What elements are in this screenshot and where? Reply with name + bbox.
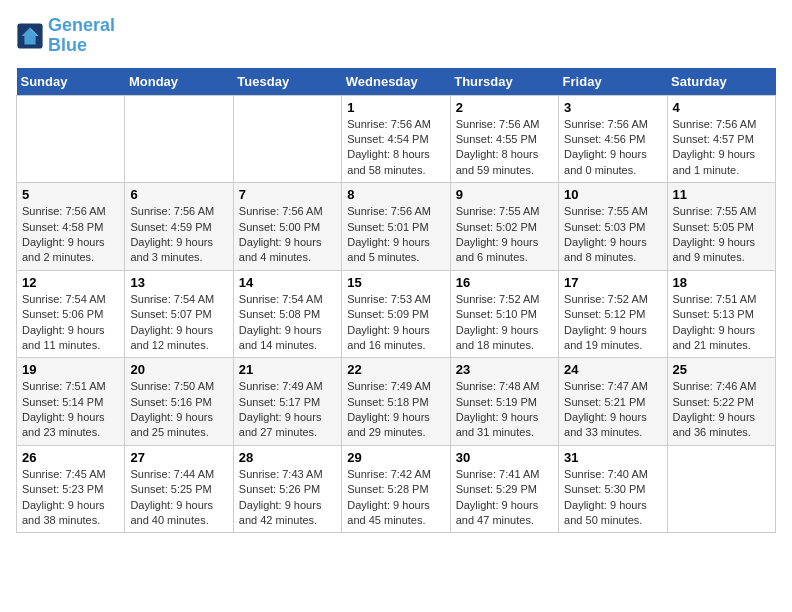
day-number: 1 [347, 100, 444, 115]
calendar-cell: 21Sunrise: 7:49 AMSunset: 5:17 PMDayligh… [233, 358, 341, 446]
weekday-header: Friday [559, 68, 667, 96]
day-number: 25 [673, 362, 770, 377]
day-number: 18 [673, 275, 770, 290]
calendar-cell: 7Sunrise: 7:56 AMSunset: 5:00 PMDaylight… [233, 183, 341, 271]
calendar-cell: 31Sunrise: 7:40 AMSunset: 5:30 PMDayligh… [559, 445, 667, 533]
day-number: 4 [673, 100, 770, 115]
calendar-cell: 26Sunrise: 7:45 AMSunset: 5:23 PMDayligh… [17, 445, 125, 533]
weekday-header: Tuesday [233, 68, 341, 96]
calendar-cell: 1Sunrise: 7:56 AMSunset: 4:54 PMDaylight… [342, 95, 450, 183]
logo-name: General Blue [48, 16, 115, 56]
weekday-header: Thursday [450, 68, 558, 96]
calendar-cell: 18Sunrise: 7:51 AMSunset: 5:13 PMDayligh… [667, 270, 775, 358]
day-number: 26 [22, 450, 119, 465]
day-info: Sunrise: 7:51 AMSunset: 5:14 PMDaylight:… [22, 379, 119, 441]
day-info: Sunrise: 7:47 AMSunset: 5:21 PMDaylight:… [564, 379, 661, 441]
calendar-cell: 22Sunrise: 7:49 AMSunset: 5:18 PMDayligh… [342, 358, 450, 446]
weekday-header: Monday [125, 68, 233, 96]
day-info: Sunrise: 7:56 AMSunset: 5:00 PMDaylight:… [239, 204, 336, 266]
day-number: 16 [456, 275, 553, 290]
day-info: Sunrise: 7:40 AMSunset: 5:30 PMDaylight:… [564, 467, 661, 529]
calendar-cell: 15Sunrise: 7:53 AMSunset: 5:09 PMDayligh… [342, 270, 450, 358]
day-number: 3 [564, 100, 661, 115]
day-info: Sunrise: 7:52 AMSunset: 5:10 PMDaylight:… [456, 292, 553, 354]
day-number: 22 [347, 362, 444, 377]
calendar-cell: 11Sunrise: 7:55 AMSunset: 5:05 PMDayligh… [667, 183, 775, 271]
day-number: 30 [456, 450, 553, 465]
day-number: 2 [456, 100, 553, 115]
calendar-cell: 24Sunrise: 7:47 AMSunset: 5:21 PMDayligh… [559, 358, 667, 446]
day-number: 8 [347, 187, 444, 202]
calendar-cell: 8Sunrise: 7:56 AMSunset: 5:01 PMDaylight… [342, 183, 450, 271]
day-info: Sunrise: 7:55 AMSunset: 5:05 PMDaylight:… [673, 204, 770, 266]
day-info: Sunrise: 7:52 AMSunset: 5:12 PMDaylight:… [564, 292, 661, 354]
day-info: Sunrise: 7:44 AMSunset: 5:25 PMDaylight:… [130, 467, 227, 529]
day-number: 19 [22, 362, 119, 377]
day-number: 11 [673, 187, 770, 202]
day-info: Sunrise: 7:54 AMSunset: 5:07 PMDaylight:… [130, 292, 227, 354]
day-info: Sunrise: 7:56 AMSunset: 4:54 PMDaylight:… [347, 117, 444, 179]
calendar-cell: 29Sunrise: 7:42 AMSunset: 5:28 PMDayligh… [342, 445, 450, 533]
day-number: 5 [22, 187, 119, 202]
day-number: 28 [239, 450, 336, 465]
day-info: Sunrise: 7:42 AMSunset: 5:28 PMDaylight:… [347, 467, 444, 529]
calendar-cell: 5Sunrise: 7:56 AMSunset: 4:58 PMDaylight… [17, 183, 125, 271]
day-info: Sunrise: 7:41 AMSunset: 5:29 PMDaylight:… [456, 467, 553, 529]
day-info: Sunrise: 7:50 AMSunset: 5:16 PMDaylight:… [130, 379, 227, 441]
calendar-cell: 14Sunrise: 7:54 AMSunset: 5:08 PMDayligh… [233, 270, 341, 358]
day-number: 13 [130, 275, 227, 290]
calendar-table: SundayMondayTuesdayWednesdayThursdayFrid… [16, 68, 776, 534]
day-info: Sunrise: 7:45 AMSunset: 5:23 PMDaylight:… [22, 467, 119, 529]
day-number: 31 [564, 450, 661, 465]
calendar-week-row: 19Sunrise: 7:51 AMSunset: 5:14 PMDayligh… [17, 358, 776, 446]
day-number: 24 [564, 362, 661, 377]
day-info: Sunrise: 7:56 AMSunset: 4:58 PMDaylight:… [22, 204, 119, 266]
day-info: Sunrise: 7:55 AMSunset: 5:02 PMDaylight:… [456, 204, 553, 266]
calendar-cell [17, 95, 125, 183]
calendar-week-row: 1Sunrise: 7:56 AMSunset: 4:54 PMDaylight… [17, 95, 776, 183]
calendar-cell: 13Sunrise: 7:54 AMSunset: 5:07 PMDayligh… [125, 270, 233, 358]
day-info: Sunrise: 7:43 AMSunset: 5:26 PMDaylight:… [239, 467, 336, 529]
calendar-cell: 23Sunrise: 7:48 AMSunset: 5:19 PMDayligh… [450, 358, 558, 446]
calendar-week-row: 26Sunrise: 7:45 AMSunset: 5:23 PMDayligh… [17, 445, 776, 533]
calendar-cell: 10Sunrise: 7:55 AMSunset: 5:03 PMDayligh… [559, 183, 667, 271]
day-number: 6 [130, 187, 227, 202]
day-number: 15 [347, 275, 444, 290]
calendar-cell: 20Sunrise: 7:50 AMSunset: 5:16 PMDayligh… [125, 358, 233, 446]
logo-icon [16, 22, 44, 50]
day-number: 9 [456, 187, 553, 202]
day-info: Sunrise: 7:56 AMSunset: 4:56 PMDaylight:… [564, 117, 661, 179]
calendar-cell: 16Sunrise: 7:52 AMSunset: 5:10 PMDayligh… [450, 270, 558, 358]
day-info: Sunrise: 7:48 AMSunset: 5:19 PMDaylight:… [456, 379, 553, 441]
calendar-cell: 6Sunrise: 7:56 AMSunset: 4:59 PMDaylight… [125, 183, 233, 271]
calendar-cell: 2Sunrise: 7:56 AMSunset: 4:55 PMDaylight… [450, 95, 558, 183]
calendar-week-row: 12Sunrise: 7:54 AMSunset: 5:06 PMDayligh… [17, 270, 776, 358]
day-number: 17 [564, 275, 661, 290]
weekday-header: Wednesday [342, 68, 450, 96]
calendar-week-row: 5Sunrise: 7:56 AMSunset: 4:58 PMDaylight… [17, 183, 776, 271]
weekday-header: Sunday [17, 68, 125, 96]
day-info: Sunrise: 7:56 AMSunset: 4:57 PMDaylight:… [673, 117, 770, 179]
day-number: 29 [347, 450, 444, 465]
calendar-cell [125, 95, 233, 183]
day-info: Sunrise: 7:55 AMSunset: 5:03 PMDaylight:… [564, 204, 661, 266]
calendar-cell: 30Sunrise: 7:41 AMSunset: 5:29 PMDayligh… [450, 445, 558, 533]
weekday-header: Saturday [667, 68, 775, 96]
calendar-cell: 19Sunrise: 7:51 AMSunset: 5:14 PMDayligh… [17, 358, 125, 446]
calendar-cell: 27Sunrise: 7:44 AMSunset: 5:25 PMDayligh… [125, 445, 233, 533]
calendar-cell: 25Sunrise: 7:46 AMSunset: 5:22 PMDayligh… [667, 358, 775, 446]
calendar-cell: 17Sunrise: 7:52 AMSunset: 5:12 PMDayligh… [559, 270, 667, 358]
day-number: 12 [22, 275, 119, 290]
day-info: Sunrise: 7:49 AMSunset: 5:17 PMDaylight:… [239, 379, 336, 441]
calendar-cell: 12Sunrise: 7:54 AMSunset: 5:06 PMDayligh… [17, 270, 125, 358]
day-number: 14 [239, 275, 336, 290]
calendar-cell: 28Sunrise: 7:43 AMSunset: 5:26 PMDayligh… [233, 445, 341, 533]
header: General Blue [16, 16, 776, 56]
day-number: 23 [456, 362, 553, 377]
calendar-cell [667, 445, 775, 533]
day-number: 10 [564, 187, 661, 202]
day-number: 27 [130, 450, 227, 465]
day-number: 20 [130, 362, 227, 377]
day-info: Sunrise: 7:54 AMSunset: 5:06 PMDaylight:… [22, 292, 119, 354]
day-info: Sunrise: 7:46 AMSunset: 5:22 PMDaylight:… [673, 379, 770, 441]
